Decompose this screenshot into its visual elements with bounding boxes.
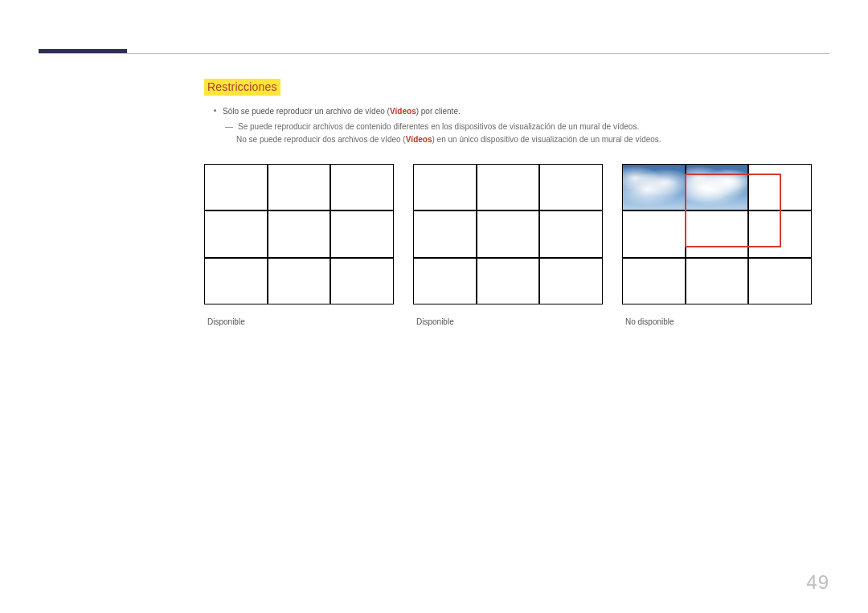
text: ) por cliente. — [416, 107, 461, 116]
sublist: ― Se puede reproducir archivos de conten… — [225, 121, 829, 146]
page-number: 49 — [806, 571, 829, 594]
grid-not-available: No disponible — [622, 164, 812, 326]
text: Sólo se puede reproducir un archivo de v… — [223, 107, 390, 116]
grid-available-1: Disponible — [204, 164, 394, 326]
grids-row: Disponible Disponible — [204, 164, 812, 326]
bullet-dot-icon — [214, 109, 216, 112]
sky-image-icon — [686, 165, 748, 210]
grid-caption: No disponible — [622, 317, 812, 326]
emphasis-text: Vídeos — [406, 135, 432, 144]
grid-caption: Disponible — [413, 317, 603, 326]
dash-icon: ― — [225, 121, 233, 133]
section-title: Restricciones — [204, 79, 280, 96]
text: ) en un único dispositivo de visualizaci… — [432, 135, 661, 144]
top-horizontal-rule — [39, 53, 829, 54]
document-page: Restricciones Sólo se puede reproducir u… — [0, 0, 868, 613]
video-thumbnail-cell — [686, 164, 749, 210]
grid-caption: Disponible — [204, 317, 394, 326]
sky-image-icon — [623, 165, 685, 210]
bullet-list: Sólo se puede reproducir un archivo de v… — [204, 105, 829, 146]
bullet-text: Sólo se puede reproducir un archivo de v… — [223, 105, 461, 117]
list-item: No se puede reproducir dos archivos de v… — [236, 133, 829, 146]
grid-available-2: Disponible — [413, 164, 603, 326]
list-item: Sólo se puede reproducir un archivo de v… — [204, 105, 829, 117]
text: No se puede reproducir dos archivos de v… — [236, 133, 829, 146]
text: Se puede reproducir archivos de contenid… — [238, 121, 829, 133]
video-thumbnail-cell — [622, 164, 686, 210]
video-wall-grid — [622, 164, 812, 304]
emphasis-text: Vídeos — [390, 107, 416, 116]
video-wall-grid — [204, 164, 394, 304]
list-item: ― Se puede reproducir archivos de conten… — [225, 121, 829, 133]
top-accent-bar — [39, 49, 127, 53]
video-wall-grid — [413, 164, 603, 304]
text: No se puede reproducir dos archivos de v… — [236, 135, 406, 144]
content-area: Restricciones Sólo se puede reproducir u… — [204, 79, 829, 146]
